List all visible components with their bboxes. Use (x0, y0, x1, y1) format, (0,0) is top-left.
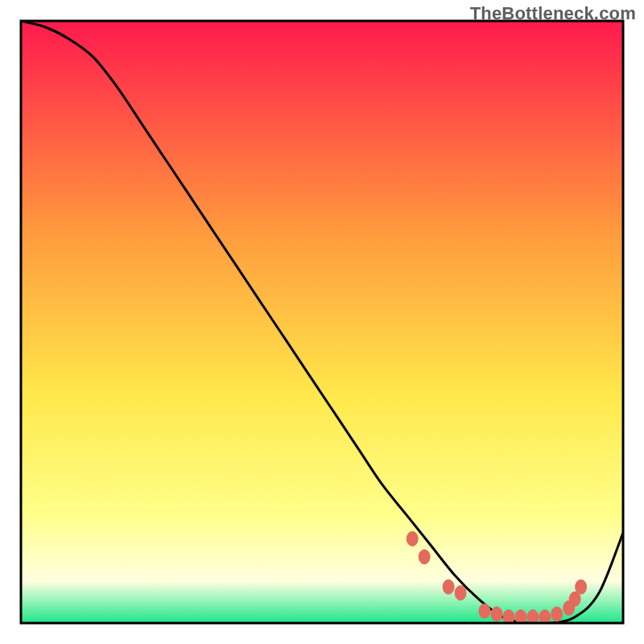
curve-marker (419, 550, 430, 564)
curve-marker (407, 531, 418, 546)
curve-marker (576, 580, 587, 594)
curve-marker (479, 604, 490, 618)
curve-marker (443, 580, 454, 594)
chart-stage: TheBottleneck.com (0, 0, 644, 644)
curve-marker (491, 607, 502, 621)
watermark-text: TheBottleneck.com (470, 3, 636, 24)
curve-marker (455, 586, 466, 601)
curve-marker (551, 607, 563, 621)
bottleneck-chart (0, 0, 644, 644)
gradient-background (21, 21, 623, 623)
